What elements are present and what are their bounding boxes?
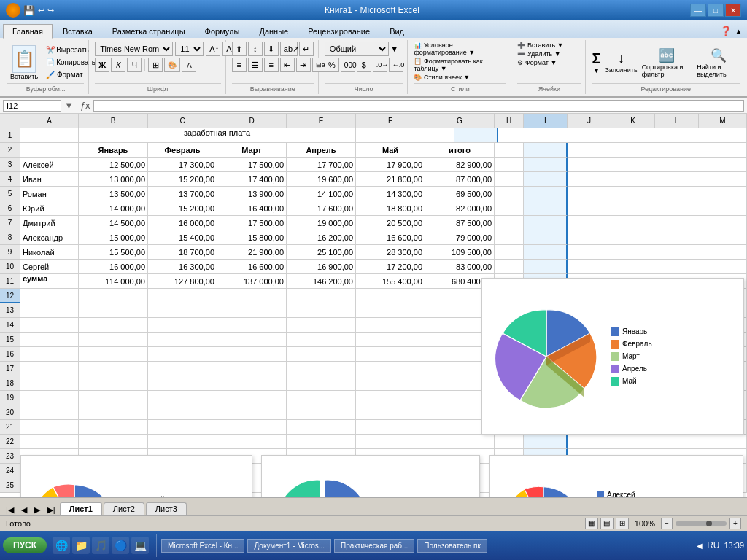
cell-data-empty[interactable] bbox=[79, 362, 148, 376]
cell-data[interactable]: 16 600,00 bbox=[217, 260, 287, 274]
cell-data[interactable]: 13 500,00 bbox=[79, 187, 148, 201]
cell-data-empty[interactable] bbox=[217, 362, 287, 376]
taskbar-word-item[interactable]: Документ1 - Micros... bbox=[247, 539, 331, 553]
save-qat-btn[interactable]: 💾 bbox=[23, 5, 35, 16]
cell-data[interactable]: 16 300,00 bbox=[148, 260, 217, 274]
cell-styles-btn[interactable]: 🎨 Стили ячеек ▼ bbox=[414, 74, 506, 81]
align-right-btn[interactable]: ≡ bbox=[264, 58, 279, 72]
cell-data[interactable]: 21 800,00 bbox=[356, 172, 425, 187]
row-header-20[interactable]: 20 bbox=[0, 405, 20, 420]
cell-data[interactable]: 15 500,00 bbox=[79, 245, 148, 260]
cell-E12[interactable] bbox=[287, 289, 356, 303]
cell-A6[interactable]: Юрий bbox=[20, 201, 79, 216]
cell-data-empty[interactable] bbox=[148, 376, 217, 391]
cell-data[interactable]: 17 300,00 bbox=[148, 158, 217, 172]
cell-A8[interactable]: Александр bbox=[20, 230, 79, 245]
tab-view[interactable]: Вид bbox=[380, 24, 414, 38]
redo-qat-btn[interactable]: ↪ bbox=[47, 6, 54, 15]
row-header-2[interactable]: 2 bbox=[0, 143, 20, 158]
cell-I4[interactable] bbox=[524, 172, 568, 187]
page-view-btn[interactable]: ▤ bbox=[600, 518, 614, 529]
cell-data-empty[interactable] bbox=[217, 405, 287, 420]
cell-A19[interactable] bbox=[20, 391, 79, 405]
chart-3[interactable]: Январь Февраль Март Апрель Май bbox=[261, 455, 480, 497]
row-header-11[interactable]: 11 bbox=[0, 274, 20, 289]
cell-H2[interactable] bbox=[495, 143, 524, 158]
cell-data-empty[interactable] bbox=[79, 435, 148, 449]
cell-F11[interactable]: 155 400,00 bbox=[356, 274, 425, 289]
percent-btn[interactable]: % bbox=[325, 58, 339, 72]
cell-data-empty[interactable] bbox=[287, 405, 356, 420]
cell-data-empty[interactable] bbox=[356, 332, 425, 347]
cell-data[interactable]: 13 000,00 bbox=[79, 172, 148, 187]
zoom-in-btn[interactable]: + bbox=[729, 518, 741, 529]
cell-data[interactable]: 82 900,00 bbox=[425, 158, 495, 172]
increase-font-btn[interactable]: A↑ bbox=[206, 42, 220, 56]
cell-data-empty[interactable] bbox=[148, 420, 217, 435]
row-header-19[interactable]: 19 bbox=[0, 391, 20, 405]
cell-data-empty[interactable] bbox=[356, 435, 425, 449]
chart-2[interactable]: Алексей Иван Роман Юрий Дмитрий Александ… bbox=[20, 455, 252, 497]
insert-cells-btn[interactable]: ➕ Вставить ▼ bbox=[517, 42, 581, 49]
cell-reference-input[interactable] bbox=[3, 100, 61, 112]
cell-data[interactable]: 17 500,00 bbox=[217, 158, 287, 172]
cell-D11[interactable]: 137 000,00 bbox=[217, 274, 287, 289]
cell-A15[interactable] bbox=[20, 332, 79, 347]
taskbar-chrome-icon[interactable]: 🔵 bbox=[112, 537, 129, 554]
cell-A17[interactable] bbox=[20, 362, 79, 376]
thousands-btn[interactable]: 000 bbox=[341, 58, 355, 72]
cell-data[interactable]: 17 500,00 bbox=[217, 216, 287, 230]
cell-data-empty[interactable] bbox=[287, 362, 356, 376]
cell-data-empty[interactable] bbox=[287, 376, 356, 391]
taskbar-clock[interactable]: 13:39 bbox=[724, 541, 744, 550]
cell-I8[interactable] bbox=[524, 230, 568, 245]
bold-btn[interactable]: Ж bbox=[95, 58, 109, 72]
cell-data-empty[interactable] bbox=[217, 347, 287, 362]
cell-data-empty[interactable] bbox=[217, 391, 287, 405]
cell-A20[interactable] bbox=[20, 405, 79, 420]
cell-rest[interactable] bbox=[568, 260, 747, 274]
cell-rest[interactable] bbox=[568, 216, 747, 230]
cell-data[interactable]: 15 800,00 bbox=[217, 230, 287, 245]
borders-btn[interactable]: ⊞ bbox=[148, 58, 163, 72]
row-header-16[interactable]: 16 bbox=[0, 347, 20, 362]
col-header-B[interactable]: B bbox=[79, 114, 148, 128]
cell-data[interactable]: 18 700,00 bbox=[148, 245, 217, 260]
text-angle-btn[interactable]: ab↗ bbox=[280, 42, 298, 56]
cell-A12[interactable] bbox=[20, 289, 79, 303]
wrap-btn[interactable]: ↵ bbox=[299, 42, 314, 56]
row-header-21[interactable]: 21 bbox=[0, 420, 20, 435]
tab-insert[interactable]: Вставка bbox=[53, 24, 102, 38]
cell-data-empty[interactable] bbox=[217, 332, 287, 347]
cell-data-empty[interactable] bbox=[148, 362, 217, 376]
close-btn[interactable]: ✕ bbox=[725, 4, 741, 17]
col-header-G[interactable]: G bbox=[425, 114, 495, 128]
cell-C11[interactable]: 127 800,00 bbox=[148, 274, 217, 289]
cell-I6[interactable] bbox=[524, 201, 568, 216]
number-dropdown-icon[interactable]: ▼ bbox=[390, 44, 399, 54]
cell-H4[interactable] bbox=[495, 172, 524, 187]
cell-data-empty[interactable] bbox=[356, 347, 425, 362]
sheet-nav-next[interactable]: ▶ bbox=[31, 505, 43, 515]
cell-E11[interactable]: 146 200,00 bbox=[287, 274, 356, 289]
cell-data[interactable]: 19 000,00 bbox=[287, 216, 356, 230]
cell-data[interactable]: 15 000,00 bbox=[79, 230, 148, 245]
cell-E2[interactable]: Апрель bbox=[287, 143, 356, 158]
row-header-15[interactable]: 15 bbox=[0, 332, 20, 347]
cell-data-empty[interactable] bbox=[356, 303, 425, 318]
cell-data[interactable]: 17 700,00 bbox=[287, 158, 356, 172]
find-select-btn[interactable]: 🔍 Найти и выделить bbox=[697, 47, 740, 78]
cell-data-empty[interactable] bbox=[148, 318, 217, 332]
help-icon[interactable]: ❓ bbox=[720, 26, 732, 36]
row-header-23[interactable]: 23 bbox=[0, 449, 20, 464]
cell-data[interactable]: 25 100,00 bbox=[287, 245, 356, 260]
taskbar-user-item[interactable]: Пользователь пк bbox=[417, 539, 487, 553]
cell-data[interactable]: 16 900,00 bbox=[287, 260, 356, 274]
cell-data[interactable]: 28 300,00 bbox=[356, 245, 425, 260]
cell-data-empty[interactable] bbox=[217, 435, 287, 449]
cell-data-empty[interactable] bbox=[217, 420, 287, 435]
sum-btn[interactable]: Σ ▼ bbox=[592, 50, 600, 74]
cell-A3[interactable]: Алексей bbox=[20, 158, 79, 172]
cell-data-empty[interactable] bbox=[356, 405, 425, 420]
cell-data[interactable]: 15 200,00 bbox=[148, 172, 217, 187]
